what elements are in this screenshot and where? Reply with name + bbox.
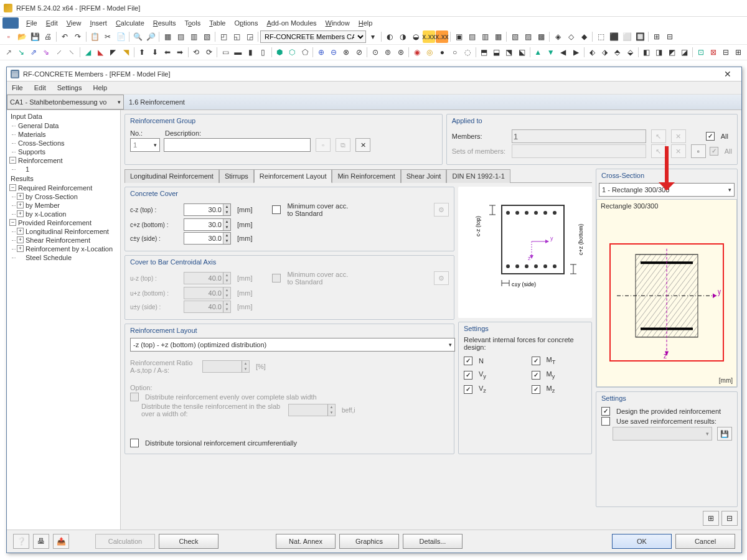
toolbar-btn[interactable]: ⊚ <box>382 46 394 58</box>
toolbar-btn[interactable]: ⊙ <box>369 46 381 58</box>
toolbar-btn[interactable]: ○ <box>449 46 461 58</box>
menu-tools[interactable]: Tools <box>181 18 204 28</box>
module-combo[interactable]: RF-CONCRETE Members CA1 - Stahlbet <box>260 30 366 43</box>
toolbar-btn[interactable]: ⟳ <box>203 46 215 58</box>
toolbar-btn[interactable]: ◑ <box>397 30 409 43</box>
menu-table[interactable]: Table <box>205 18 229 28</box>
toolbar-btn[interactable]: ▤ <box>466 30 478 43</box>
toolbar-btn[interactable]: ⊞ <box>651 30 663 43</box>
toolbar-btn[interactable]: ◢ <box>82 46 94 58</box>
toolbar-btn[interactable]: 🔲 <box>634 30 646 43</box>
toolbar-btn[interactable]: ◱ <box>230 30 243 43</box>
toolbar-btn[interactable]: ▭ <box>219 46 231 58</box>
toolbar-btn[interactable]: ▤ <box>174 30 187 43</box>
menu-file[interactable]: File <box>22 18 41 28</box>
toolbar-btn[interactable]: ⬛ <box>608 30 620 43</box>
toolbar-btn[interactable]: ▬ <box>232 46 244 58</box>
toolbar-btn[interactable]: ◌ <box>461 46 473 58</box>
toolbar-btn[interactable]: ⟋ <box>53 46 65 58</box>
toolbar-btn[interactable]: ⬘ <box>611 46 623 58</box>
toolbar-btn[interactable]: ◩ <box>665 46 677 58</box>
menu-addons[interactable]: Add-on Modules <box>263 18 320 28</box>
toolbar-btn[interactable]: ▥ <box>479 30 491 43</box>
toolbar-btn[interactable]: ⬚ <box>594 30 607 43</box>
toolbar-btn[interactable]: ⬡ <box>286 46 298 58</box>
toolbar-btn[interactable]: 🖨 <box>42 30 54 43</box>
toolbar-btn[interactable]: ◉ <box>411 46 423 58</box>
menu-help[interactable]: Help <box>355 18 377 28</box>
toolbar-btn[interactable]: ↗ <box>2 46 14 58</box>
toolbar-btn[interactable]: ⬅ <box>161 46 173 58</box>
toolbar-btn[interactable]: ⇗ <box>28 46 40 58</box>
toolbar-btn[interactable]: ↘ <box>15 46 27 58</box>
toolbar-btn[interactable]: ⬇ <box>149 46 161 58</box>
toolbar-btn[interactable]: ⟍ <box>65 46 77 58</box>
menu-insert[interactable]: Insert <box>86 18 111 28</box>
toolbar-btn[interactable]: 📋 <box>88 30 101 43</box>
menu-window[interactable]: Window <box>322 18 354 28</box>
toolbar-btn[interactable]: ▧ <box>509 30 521 43</box>
toolbar-btn[interactable]: 🔍 <box>131 30 144 43</box>
toolbar-btn[interactable]: ◨ <box>653 46 665 58</box>
toolbar-btn[interactable]: ◒ <box>410 30 422 43</box>
toolbar-btn[interactable]: ▧ <box>200 30 213 43</box>
toolbar-btn[interactable]: ⊗ <box>341 46 352 58</box>
toolbar-btn[interactable]: ▾ <box>367 30 379 43</box>
toolbar-btn[interactable]: ⊡ <box>695 46 707 58</box>
menu-options[interactable]: Options <box>230 18 261 28</box>
toolbar-btn[interactable]: 🔎 <box>144 30 157 43</box>
save-icon[interactable]: 💾 <box>29 30 41 43</box>
redo-icon[interactable]: ↷ <box>72 30 84 43</box>
toolbar-btn[interactable]: ⬙ <box>624 46 636 58</box>
toolbar-btn[interactable]: ⊕ <box>315 46 327 58</box>
toolbar-btn[interactable]: ▶ <box>570 46 582 58</box>
toolbar-btn[interactable]: ➡ <box>174 46 186 58</box>
toolbar-btn[interactable]: ▩ <box>535 30 547 43</box>
toolbar-btn[interactable]: ⊛ <box>395 46 406 58</box>
toolbar-btn[interactable]: ◀ <box>557 46 569 58</box>
toolbar-btn[interactable]: ⊘ <box>353 46 365 58</box>
toolbar-btn[interactable]: ◐ <box>383 30 396 43</box>
toolbar-btn[interactable]: ▣ <box>453 30 465 43</box>
toolbar-btn[interactable]: ⬢ <box>273 46 285 58</box>
menu-calculate[interactable]: Calculate <box>112 18 148 28</box>
toolbar-btn[interactable]: x.xx <box>436 30 448 43</box>
toolbar-btn[interactable]: ◰ <box>217 30 230 43</box>
toolbar-btn[interactable]: ⬗ <box>599 46 611 58</box>
toolbar-btn[interactable]: ⊞ <box>733 46 745 58</box>
toolbar-btn[interactable]: ⬕ <box>515 46 527 58</box>
menu-results[interactable]: Results <box>149 18 180 28</box>
toolbar-btn[interactable]: 📄 <box>115 30 127 43</box>
toolbar-btn[interactable]: ⬜ <box>621 30 633 43</box>
toolbar-btn[interactable]: ◣ <box>95 46 106 58</box>
toolbar-btn[interactable]: ◲ <box>243 30 256 43</box>
toolbar-btn[interactable]: ◥ <box>120 46 132 58</box>
toolbar-btn[interactable]: ⊖ <box>328 46 340 58</box>
toolbar-btn[interactable]: ▼ <box>545 46 557 58</box>
toolbar-btn[interactable]: ⊟ <box>720 46 732 58</box>
toolbar-btn[interactable]: ◎ <box>423 46 435 58</box>
toolbar-btn[interactable]: ⬖ <box>586 46 598 58</box>
toolbar-btn[interactable]: ⬠ <box>299 46 311 58</box>
undo-icon[interactable]: ↶ <box>59 30 71 43</box>
toolbar-btn[interactable]: ▦ <box>492 30 504 43</box>
toolbar-btn[interactable]: ⬓ <box>491 46 502 58</box>
toolbar-btn[interactable]: ◇ <box>565 30 577 43</box>
toolbar-btn[interactable]: ▲ <box>532 46 544 58</box>
toolbar-btn[interactable]: ◈ <box>552 30 564 43</box>
new-icon[interactable]: ▫ <box>2 30 15 43</box>
toolbar-btn[interactable]: ● <box>436 46 448 58</box>
menu-edit[interactable]: Edit <box>42 18 62 28</box>
toolbar-btn[interactable]: ⊠ <box>707 46 719 58</box>
toolbar-btn[interactable]: ⬆ <box>136 46 148 58</box>
toolbar-btn[interactable]: ◧ <box>641 46 652 58</box>
toolbar-btn[interactable]: ✂ <box>101 30 114 43</box>
toolbar-btn[interactable]: ⊟ <box>664 30 676 43</box>
toolbar-btn[interactable]: ⟲ <box>190 46 202 58</box>
toolbar-btn[interactable]: ▯ <box>257 46 269 58</box>
toolbar-btn[interactable]: ▦ <box>161 30 174 43</box>
open-icon[interactable]: 📂 <box>16 30 28 43</box>
toolbar-btn[interactable]: ◪ <box>679 46 690 58</box>
toolbar-btn[interactable]: ▥ <box>187 30 200 43</box>
toolbar-btn[interactable]: ⇘ <box>40 46 52 58</box>
